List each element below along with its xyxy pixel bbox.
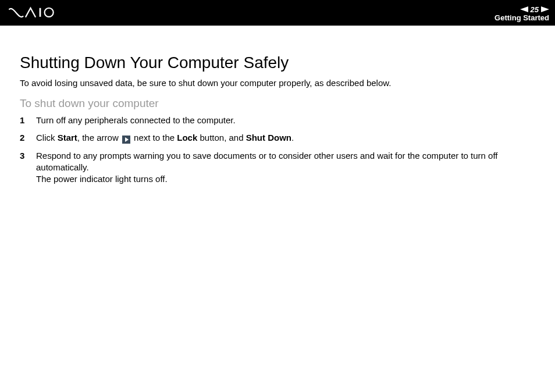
bold-start: Start bbox=[58, 133, 77, 142]
text-fragment: Click bbox=[36, 133, 58, 142]
step-number: 2 bbox=[20, 132, 36, 144]
section-label: Getting Started bbox=[494, 14, 549, 22]
text-fragment: , the arrow bbox=[77, 133, 121, 142]
text-fragment: next to the bbox=[131, 133, 177, 142]
steps-list: 1 Turn off any peripherals connected to … bbox=[20, 115, 539, 185]
next-page-arrow-icon[interactable] bbox=[541, 6, 549, 13]
text-fragment: button, and bbox=[197, 133, 246, 142]
bold-lock: Lock bbox=[177, 133, 197, 142]
step-item: 2 Click Start, the arrow next to the Loc… bbox=[20, 132, 539, 144]
subheading: To shut down your computer bbox=[20, 97, 539, 110]
step-item: 3 Respond to any prompts warning you to … bbox=[20, 150, 539, 186]
page-number: 25 bbox=[531, 6, 539, 13]
intro-paragraph: To avoid losing unsaved data, be sure to… bbox=[20, 78, 539, 88]
step-number: 1 bbox=[20, 115, 36, 126]
text-line: The power indicator light turns off. bbox=[36, 174, 168, 184]
step-text: Respond to any prompts warning you to sa… bbox=[36, 150, 539, 186]
bold-shutdown: Shut Down bbox=[246, 133, 291, 142]
step-number: 3 bbox=[20, 150, 36, 186]
page-title: Shutting Down Your Computer Safely bbox=[20, 54, 539, 72]
step-item: 1 Turn off any peripherals connected to … bbox=[20, 115, 539, 126]
prev-page-arrow-icon[interactable] bbox=[520, 6, 528, 13]
header-bar: 25 Getting Started bbox=[0, 0, 555, 26]
step-text: Click Start, the arrow next to the Lock … bbox=[36, 132, 539, 144]
svg-point-1 bbox=[45, 8, 54, 17]
text-line: Respond to any prompts warning you to sa… bbox=[36, 151, 497, 172]
page-content: Shutting Down Your Computer Safely To av… bbox=[0, 26, 555, 185]
text-fragment: . bbox=[291, 133, 294, 142]
step-text: Turn off any peripherals connected to th… bbox=[36, 115, 539, 126]
svg-marker-4 bbox=[125, 137, 129, 142]
vaio-logo bbox=[8, 6, 72, 19]
page-navigator: 25 bbox=[520, 6, 549, 13]
svg-marker-2 bbox=[520, 6, 528, 12]
header-right: 25 Getting Started bbox=[494, 5, 549, 22]
arrow-menu-icon bbox=[122, 136, 130, 144]
svg-marker-3 bbox=[541, 6, 549, 12]
